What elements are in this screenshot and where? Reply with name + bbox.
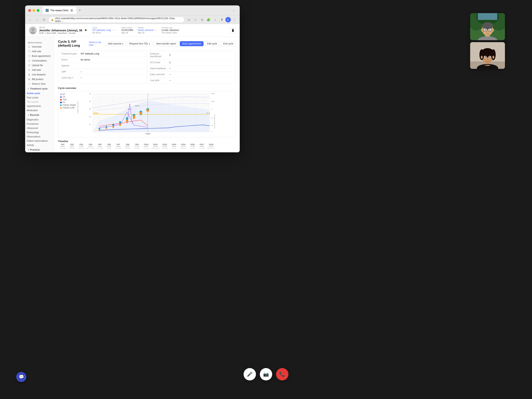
maximize-button[interactable] — [37, 9, 39, 12]
request-tdl-button[interactable]: Request from TDL ▾ — [127, 41, 152, 46]
camera-button[interactable]: 📷 — [260, 368, 272, 380]
sidebar-item-blueprint-label: Use blueprint — [32, 73, 46, 76]
tab-favicon: 🌐 — [46, 9, 49, 12]
cycle-meta: Cycle IVF (default) Long → No donor — [92, 27, 117, 34]
close-button[interactable] — [28, 9, 31, 12]
add-task-icon: ⊙ — [28, 69, 31, 71]
request-tdl-chevron-icon: ▾ — [149, 43, 150, 45]
svg-text:25: 25 — [211, 125, 213, 126]
bookmark-button[interactable]: ☆ — [193, 17, 198, 23]
add-outcome-chevron-icon: ▾ — [122, 43, 123, 45]
patient-info: 28118 Jennifer Johanssen (Jenny), 36 DOB… — [39, 26, 82, 34]
sidebar-item-appointments[interactable]: Appointments — [25, 104, 54, 108]
diagnostics-label: Diagnostics — [27, 118, 39, 121]
timeline-col: CD1 19/05 Sunday — [58, 143, 67, 149]
lmp-label: LMP — [61, 70, 81, 73]
practical-collapse[interactable]: ▾ Practical — [25, 147, 54, 152]
sidebar-item-ultrasound[interactable]: Ultrasound — [25, 126, 54, 130]
phone-icon[interactable]: 📱 — [230, 27, 236, 33]
header-meta: Cycle IVF (default) Long → No donor Date… — [92, 27, 227, 34]
treatment-cycle-collapse[interactable]: ▾ Treatment cycle — [25, 86, 54, 91]
window-expand-button[interactable]: ⌄ — [231, 8, 237, 13]
sidebar-item-embryology[interactable]: Embryology — [25, 130, 54, 134]
edit-cycle-button[interactable]: Edit cycle — [205, 41, 220, 46]
sidebar-item-active-cycle[interactable]: Active cycle — [25, 91, 54, 95]
sidebar-item-medication[interactable]: Medication — [25, 108, 54, 113]
new-tab-button[interactable]: + — [77, 8, 82, 13]
forward-button[interactable]: › — [34, 17, 40, 22]
svg-text:Follicle Size (mm): Follicle Size (mm) — [77, 101, 79, 113]
main-content: Cycle 3, IVF (default) Long Show in old … — [54, 37, 240, 152]
screenshot-button[interactable]: ⊙ — [199, 17, 205, 23]
svg-text:14: 14 — [89, 124, 91, 126]
records-collapse[interactable]: ▾ Records — [25, 113, 54, 118]
sidebar-item-past-cycles[interactable]: Past cycles — [25, 95, 54, 100]
cycle-day-label: Cycle day 1 — [61, 76, 81, 79]
procedures-label: Procedures — [27, 123, 38, 125]
book-appointment-button[interactable]: Book appointment — [180, 41, 203, 46]
svg-point-54 — [133, 117, 135, 119]
sidebar-item-add-note[interactable]: ☐ Add note — [25, 49, 54, 54]
cycle-value[interactable]: IVF (default) Long → — [92, 29, 117, 32]
new-transfer-report-label: New transfer report — [156, 42, 176, 45]
chart-svg: 18mm 90.5 — [58, 91, 236, 137]
mute-button[interactable]: 🎤 — [244, 368, 256, 380]
back-button[interactable]: ‹ — [27, 17, 33, 22]
records-collapse-arrow-icon: ▾ — [28, 114, 29, 116]
sync-button[interactable]: ↕ — [212, 17, 218, 23]
address-bar[interactable]: 🔒 clinic.wawafertility.com/conversations… — [48, 17, 184, 23]
sidebar-item-bill-label: Bill product — [32, 78, 43, 81]
call-controls: 🎤 📷 📞 — [244, 368, 288, 380]
timeline-col: CD15 02/06 Sunday — [188, 143, 197, 149]
sidebar-item-patient-observations[interactable]: Patient observations — [25, 139, 54, 143]
sidebar-item-upload-file[interactable]: ⊙ Upload file — [25, 63, 54, 68]
primary-care-meta: Primary care Cecilie Jakobsen The Stripe… — [162, 27, 179, 34]
svg-point-1 — [31, 28, 34, 31]
end-cycle-button[interactable]: End cycle — [221, 41, 236, 46]
svg-point-91 — [481, 29, 483, 32]
reload-button[interactable]: ↻ — [41, 17, 47, 22]
timeline-col: CD13 31/05 Friday — [169, 143, 179, 149]
tab-close-button[interactable]: × — [70, 9, 73, 12]
sidebar-item-book-label: Book appointment — [32, 55, 51, 57]
profile-button[interactable]: L — [225, 17, 231, 22]
flag-icon[interactable]: ⚑ — [84, 28, 88, 32]
add-outcome-button[interactable]: Add outcome ▾ — [105, 41, 126, 46]
screen-share-button[interactable]: ▭ — [186, 17, 192, 23]
timeline-col: CD4 22/05 Wednesday — [86, 143, 95, 149]
partner-value[interactable]: Sarah Jameson → — [138, 29, 157, 32]
hangup-button[interactable]: 📞 — [276, 368, 288, 380]
more-menu-button[interactable]: ⋮ — [232, 17, 237, 23]
sidebar-item-test-results[interactable]: Test results — [25, 100, 54, 104]
sidebar-item-overview[interactable]: ⊙ Overview — [25, 44, 54, 49]
sidebar-item-activity[interactable]: Activity — [25, 143, 54, 147]
timeline-col: CD17 04/05 Tuesday — [197, 143, 206, 149]
patient-id: 28118 — [39, 26, 82, 29]
end-cycle-label: End cycle — [223, 42, 233, 45]
sidebar-item-blueprint[interactable]: ◈ Use blueprint — [25, 72, 54, 77]
heartbeat-row: Fetal heartbeat – — [147, 65, 236, 71]
partner-meta: Partner Sarah Jameson → Age 35 — [138, 27, 157, 34]
sidebar-item-conversations[interactable]: ⊙ Conversations — [25, 58, 54, 63]
svg-point-92 — [492, 29, 494, 32]
embryos-value: 2 — [169, 54, 171, 57]
svg-text:18mm: 18mm — [93, 112, 98, 114]
chat-widget-button[interactable]: 💬 — [16, 372, 26, 382]
video-panel-2 — [470, 42, 505, 69]
patient-name[interactable]: Jennifer Johanssen (Jenny), 36 — [39, 29, 82, 32]
extensions-button[interactable]: 🧩 — [206, 17, 211, 23]
sidebar-item-procedures[interactable]: Procedures — [25, 122, 54, 126]
sidebar-item-show-xero[interactable]: ↗ Show in Xero — [25, 82, 54, 86]
download-button[interactable]: ⬇ — [219, 17, 225, 23]
sidebar-item-diagnostics[interactable]: Diagnostics — [25, 118, 54, 122]
new-transfer-report-button[interactable]: New transfer report — [154, 41, 179, 46]
sidebar-item-add-task[interactable]: ⊙ Add task — [25, 68, 54, 72]
minimize-button[interactable] — [32, 9, 35, 12]
browser-tab[interactable]: 🌐 The wawa Clinic × — [43, 7, 76, 14]
practical-title: Practical — [30, 148, 40, 151]
sidebar-item-book-appointment[interactable]: ☐ Book appointment — [25, 54, 54, 58]
camera-icon: 📷 — [263, 372, 269, 377]
sidebar-item-observations[interactable]: Observations — [25, 134, 54, 139]
show-old-view-link[interactable]: Show in old view → — [89, 41, 103, 46]
sidebar-item-bill-product[interactable]: ⊞ Bill product — [25, 77, 54, 82]
